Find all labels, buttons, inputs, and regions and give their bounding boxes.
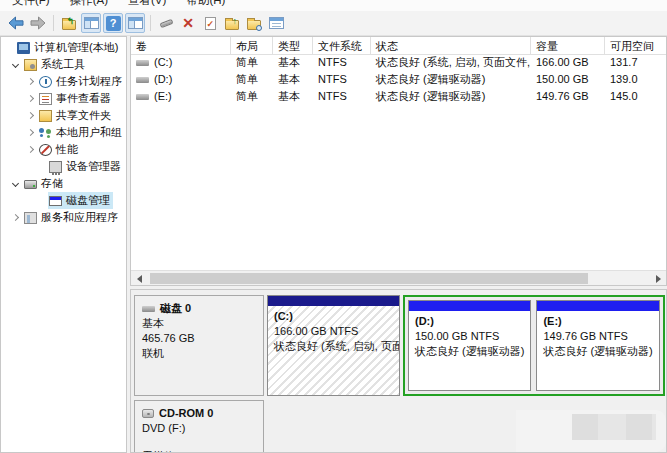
menu-help[interactable]: 帮助(H) [180, 0, 231, 11]
column-header-capacity[interactable]: 容量 [531, 37, 605, 55]
disk-0-status: 联机 [142, 346, 256, 361]
computer-icon [17, 42, 30, 54]
services-icon [24, 212, 37, 224]
expander-closed-icon[interactable] [27, 112, 34, 119]
scroll-right-arrow[interactable] [650, 271, 666, 286]
selected-tree-item[interactable]: 磁盘管理 [48, 192, 113, 209]
disk-0-header[interactable]: 磁盘 0 基本 465.76 GB 联机 [134, 295, 264, 396]
up-one-level-icon[interactable]: ↰ [59, 13, 79, 33]
disk-management-icon [49, 196, 62, 206]
disk-0-row: 磁盘 0 基本 465.76 GB 联机 (C:) 166.00 GB NTFS… [134, 295, 663, 396]
expander-open-icon[interactable] [12, 61, 19, 68]
performance-icon [39, 144, 52, 156]
menu-file[interactable]: 文件(F) [6, 0, 56, 11]
partition-e[interactable]: (E:) 149.76 GB NTFS 状态良好 (逻辑驱动器) [536, 300, 659, 391]
logical-drive-bar [409, 301, 530, 311]
tree-item-task-scheduler[interactable]: 任务计划程序 [1, 73, 126, 90]
toolbar-separator [150, 15, 151, 31]
tree-item-event-viewer[interactable]: 事件查看器 [1, 90, 126, 107]
volume-icon [136, 94, 149, 100]
horizontal-scrollbar[interactable] [131, 270, 666, 285]
tree-item-services-applications[interactable]: 服务和应用程序 [1, 209, 126, 226]
disk-icon [142, 306, 155, 312]
device-manager-icon [49, 161, 62, 173]
volume-row-e[interactable]: (E:) 简单 基本 NTFS 状态良好 (逻辑驱动器) 149.76 GB 1… [131, 88, 666, 105]
volume-row-d[interactable]: (D:) 简单 基本 NTFS 状态良好 (逻辑驱动器) 150.00 GB 1… [131, 71, 666, 88]
expander-closed-icon[interactable] [27, 95, 34, 102]
cdrom-0-drive: DVD (F:) [142, 421, 256, 436]
scrollbar-thumb[interactable] [150, 273, 588, 284]
folder-search-icon[interactable] [244, 13, 264, 33]
computer-management-window: 文件(F) 操作(A) 查看(V) 帮助(H) ↰ ? ✕ ↑ 计算机管理(本地… [0, 0, 667, 453]
menu-view[interactable]: 查看(V) [122, 0, 172, 11]
task-scheduler-icon [39, 76, 52, 88]
expander-closed-icon[interactable] [12, 214, 19, 221]
column-header-status[interactable]: 状态 [371, 37, 531, 55]
column-header-filesystem[interactable]: 文件系统 [313, 37, 371, 55]
back-icon[interactable] [6, 13, 26, 33]
cdrom-0-header[interactable]: CD-ROM 0 DVD (F:) 无媒体 [134, 400, 264, 453]
expander-open-icon[interactable] [12, 180, 19, 187]
tree-item-shared-folders[interactable]: 共享文件夹 [1, 107, 126, 124]
tree-item-local-users-groups[interactable]: 本地用户和组 [1, 124, 126, 141]
expander-closed-icon[interactable] [27, 78, 34, 85]
properties-check-icon[interactable] [200, 13, 220, 33]
folder-import-icon[interactable]: ↑ [222, 13, 242, 33]
delete-volume-icon[interactable]: ✕ [178, 13, 198, 33]
disk-0-capacity: 465.76 GB [142, 331, 256, 346]
tree-item-storage[interactable]: 存储 [1, 175, 126, 192]
local-users-icon [39, 127, 52, 139]
cdrom-0-media-status: 无媒体 [142, 449, 256, 453]
console-tree: 计算机管理(本地) 系统工具 任务计划程序 事件查看器 共享文件夹 本地用户和组… [0, 36, 127, 453]
forward-icon[interactable] [28, 13, 48, 33]
extended-partition-container: (D:) 150.00 GB NTFS 状态良好 (逻辑驱动器) (E:) 14… [403, 295, 665, 396]
tree-item-device-manager[interactable]: 设备管理器 [1, 158, 126, 175]
column-header-volume[interactable]: 卷 [131, 37, 231, 55]
cdrom-icon [142, 409, 154, 418]
toolbar: ↰ ? ✕ ↑ [0, 11, 667, 36]
tree-item-disk-management[interactable]: 磁盘管理 [1, 192, 126, 209]
menu-bar: 文件(F) 操作(A) 查看(V) 帮助(H) [0, 0, 667, 11]
logical-drive-bar [537, 301, 658, 311]
show-action-pane-icon[interactable] [125, 13, 145, 33]
system-tools-icon [24, 59, 37, 71]
menu-action[interactable]: 操作(A) [64, 0, 114, 11]
disk-0-type: 基本 [142, 316, 256, 331]
volume-table-header: 卷 布局 类型 文件系统 状态 容量 可用空间 [131, 37, 666, 54]
volume-list-pane: 卷 布局 类型 文件系统 状态 容量 可用空间 (C:) 简单 基本 NTFS … [130, 36, 667, 286]
event-viewer-icon [39, 93, 52, 105]
graphical-view-pane: 磁盘 0 基本 465.76 GB 联机 (C:) 166.00 GB NTFS… [130, 289, 667, 453]
volume-icon [136, 60, 149, 66]
toolbar-separator [53, 15, 54, 31]
column-header-free[interactable]: 可用空间 [605, 37, 667, 55]
show-console-tree-icon[interactable] [81, 13, 101, 33]
tree-item-performance[interactable]: 性能 [1, 141, 126, 158]
partition-c[interactable]: (C:) 166.00 GB NTFS 状态良好 (系统, 启动, 页面文件, … [267, 295, 400, 396]
expander-closed-icon[interactable] [27, 129, 34, 136]
shared-folders-icon [39, 110, 52, 122]
details-view-icon[interactable] [266, 13, 286, 33]
tool-icon[interactable] [156, 13, 176, 33]
volume-row-c[interactable]: (C:) 简单 基本 NTFS 状态良好 (系统, 启动, 页面文件, 活动, … [131, 54, 666, 71]
primary-partition-bar [268, 296, 399, 306]
storage-icon [24, 180, 37, 189]
tree-item-system-tools[interactable]: 系统工具 [1, 56, 126, 73]
column-header-layout[interactable]: 布局 [231, 37, 273, 55]
expander-closed-icon[interactable] [27, 146, 34, 153]
partition-d[interactable]: (D:) 150.00 GB NTFS 状态良好 (逻辑驱动器) [408, 300, 531, 391]
tree-item-computer-management[interactable]: 计算机管理(本地) [1, 39, 126, 56]
help-icon[interactable]: ? [103, 13, 123, 33]
volume-icon [136, 77, 149, 83]
scroll-left-arrow[interactable] [131, 271, 147, 286]
watermark-blob [516, 410, 666, 452]
column-header-type[interactable]: 类型 [273, 37, 313, 55]
